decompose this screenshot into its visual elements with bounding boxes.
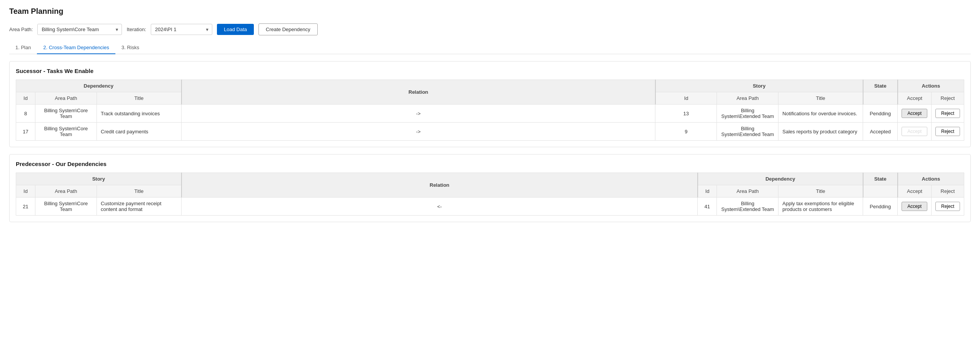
successor-dep-group-header: Dependency (16, 80, 182, 92)
predecessor-table: Story Relation Dependency State Actions … (16, 173, 964, 216)
iteration-select-wrapper: 2024\PI 1 ▼ (151, 24, 212, 35)
story-title: Sales reports by product category (778, 123, 863, 141)
pred-story-title-header: Title (97, 185, 182, 198)
tabs: 1. Plan 2. Cross-Team Dependencies 3. Ri… (9, 42, 971, 54)
story-title: Customize payment receipt content and fo… (97, 198, 182, 216)
table-row: 21 Billing System\Core Team Customize pa… (16, 198, 964, 216)
relation: -> (182, 105, 655, 123)
successor-dep-area-header: Area Path (35, 92, 97, 105)
successor-relation-header: Relation (182, 80, 655, 105)
successor-reject-header: Reject (931, 92, 964, 105)
reject-cell: Reject (931, 123, 964, 141)
area-path-select[interactable]: Billing System\Core Team (37, 24, 122, 35)
state: Pendding (863, 198, 898, 216)
reject-button[interactable]: Reject (935, 109, 960, 118)
pred-dep-title-header: Title (778, 185, 863, 198)
accept-button[interactable]: Accept (902, 202, 927, 211)
accept-cell: Accept (898, 198, 932, 216)
reject-cell: Reject (931, 198, 964, 216)
pred-state-group-header: State (863, 173, 898, 185)
reject-button[interactable]: Reject (935, 202, 960, 211)
dep-id: 8 (16, 105, 35, 123)
successor-story-area-header: Area Path (717, 92, 778, 105)
toolbar: Area Path: Billing System\Core Team ▼ It… (9, 23, 971, 35)
pred-state-header (863, 185, 898, 198)
predecessor-title: Predecessor - Our Dependencies (16, 161, 964, 167)
dep-area: Billing System\Core Team (35, 105, 97, 123)
story-area: Billing System\Core Team (35, 198, 97, 216)
create-dependency-button[interactable]: Create Dependency (258, 23, 318, 35)
pred-reject-header: Reject (931, 185, 964, 198)
successor-dep-id-header: Id (16, 92, 35, 105)
successor-story-title-header: Title (778, 92, 863, 105)
area-path-select-wrapper: Billing System\Core Team ▼ (37, 24, 122, 35)
story-id: 21 (16, 198, 35, 216)
reject-button[interactable]: Reject (935, 127, 960, 136)
accept-button[interactable]: Accept (902, 109, 927, 118)
relation: -> (182, 123, 655, 141)
pred-story-area-header: Area Path (35, 185, 97, 198)
story-area: Billing System\Extended Team (717, 105, 778, 123)
relation: <- (182, 198, 698, 216)
pred-relation-header: Relation (182, 173, 698, 198)
dep-area: Billing System\Core Team (35, 123, 97, 141)
accept-button[interactable]: Accept (902, 127, 927, 136)
state: Pendding (863, 105, 898, 123)
pred-story-id-header: Id (16, 185, 35, 198)
story-id: 9 (655, 123, 717, 141)
tab-cross-team[interactable]: 2. Cross-Team Dependencies (37, 42, 115, 54)
successor-story-group-header: Story (655, 80, 863, 92)
successor-accept-header: Accept (898, 92, 932, 105)
successor-title: Sucessor - Tasks We Enable (16, 68, 964, 74)
iteration-label: Iteration: (127, 27, 146, 32)
pred-dep-group-header: Dependency (698, 173, 863, 185)
dep-id: 41 (698, 198, 717, 216)
area-path-label: Area Path: (9, 27, 33, 32)
state: Accepted (863, 123, 898, 141)
successor-story-id-header: Id (655, 92, 717, 105)
dep-area: Billing System\Extended Team (717, 198, 778, 216)
dep-title: Credit card payments (97, 123, 182, 141)
reject-cell: Reject (931, 105, 964, 123)
predecessor-section: Predecessor - Our Dependencies Story Rel… (9, 154, 971, 222)
table-row: 8 Billing System\Core Team Track outstan… (16, 105, 964, 123)
story-title: Notifications for overdue invoices. (778, 105, 863, 123)
page-title: Team Planning (9, 7, 971, 16)
accept-cell: Accept (898, 105, 932, 123)
successor-dep-title-header: Title (97, 92, 182, 105)
pred-accept-header: Accept (898, 185, 932, 198)
story-id: 13 (655, 105, 717, 123)
iteration-select[interactable]: 2024\PI 1 (151, 24, 212, 35)
pred-actions-group-header: Actions (898, 173, 964, 185)
pred-dep-area-header: Area Path (717, 185, 778, 198)
load-data-button[interactable]: Load Data (217, 24, 254, 35)
successor-state-header (863, 92, 898, 105)
accept-cell: Accept (898, 123, 932, 141)
successor-state-group-header: State (863, 80, 898, 92)
story-area: Billing System\Extended Team (717, 123, 778, 141)
successor-section: Sucessor - Tasks We Enable Dependency Re… (9, 61, 971, 147)
successor-actions-group-header: Actions (898, 80, 964, 92)
pred-story-group-header: Story (16, 173, 182, 185)
dep-title: Track outstanding invoices (97, 105, 182, 123)
tab-plan[interactable]: 1. Plan (9, 42, 37, 54)
dep-id: 17 (16, 123, 35, 141)
successor-table: Dependency Relation Story State Actions … (16, 80, 964, 141)
table-row: 17 Billing System\Core Team Credit card … (16, 123, 964, 141)
dep-title: Apply tax exemptions for eligible produc… (778, 198, 863, 216)
tab-risks[interactable]: 3. Risks (115, 42, 145, 54)
pred-dep-id-header: Id (698, 185, 717, 198)
